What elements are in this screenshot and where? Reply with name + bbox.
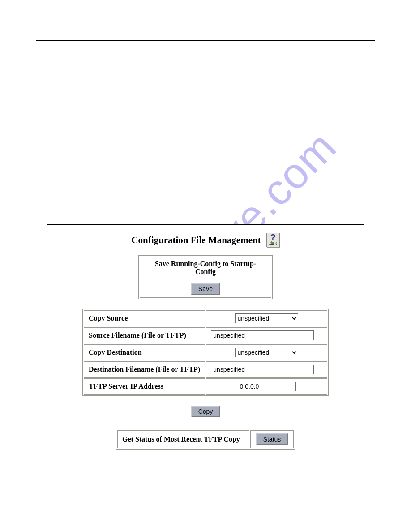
top-divider	[36, 40, 375, 41]
config-file-management-panel: Configuration File Management ? Help Sav…	[47, 224, 364, 476]
label-tftp-ip: TFTP Server IP Address	[84, 378, 205, 395]
panel-title: Configuration File Management	[131, 235, 261, 246]
label-source-filename: Source Filename (File or TFTP)	[84, 327, 205, 343]
save-config-table: Save Running-Config to Startup-Config Sa…	[138, 255, 273, 299]
label-get-status: Get Status of Most Recent TFTP Copy	[117, 430, 249, 448]
label-copy-destination: Copy Destination	[84, 344, 205, 360]
row-copy-destination: Copy Destination unspecified	[84, 344, 327, 360]
copy-button-row: Copy	[53, 406, 358, 417]
row-destination-filename: Destination Filename (File or TFTP)	[84, 361, 327, 378]
cell-destination-filename-value	[206, 361, 327, 378]
cell-copy-source-value: unspecified	[206, 310, 327, 326]
cell-source-filename-value	[206, 327, 327, 343]
cell-status-button: Status	[250, 430, 294, 448]
cell-copy-destination-value: unspecified	[206, 344, 327, 360]
save-button[interactable]: Save	[191, 283, 220, 295]
panel-title-row: Configuration File Management ? Help	[53, 233, 358, 247]
label-destination-filename: Destination Filename (File or TFTP)	[84, 361, 205, 378]
copy-source-select[interactable]: unspecified	[235, 313, 298, 323]
row-tftp-ip: TFTP Server IP Address	[84, 378, 327, 395]
label-copy-source: Copy Source	[84, 310, 205, 326]
document-page: manualshive.com Configuration File Manag…	[0, 0, 411, 532]
row-copy-source: Copy Source unspecified	[84, 310, 327, 326]
bottom-divider	[36, 497, 375, 497]
copy-button[interactable]: Copy	[191, 406, 220, 417]
save-config-body: Save	[140, 280, 271, 298]
row-source-filename: Source Filename (File or TFTP)	[84, 327, 327, 343]
help-icon-label: Help	[267, 241, 279, 245]
tftp-ip-input[interactable]	[238, 382, 296, 391]
copy-destination-select[interactable]: unspecified	[235, 348, 298, 357]
destination-filename-input[interactable]	[211, 365, 314, 374]
status-button[interactable]: Status	[256, 433, 288, 445]
help-icon[interactable]: ? Help	[266, 233, 280, 247]
cell-tftp-ip-value	[206, 378, 327, 395]
status-table: Get Status of Most Recent TFTP Copy Stat…	[116, 429, 295, 450]
copy-config-table: Copy Source unspecified Source Filename …	[82, 309, 329, 396]
save-config-header: Save Running-Config to Startup-Config	[140, 257, 271, 279]
source-filename-input[interactable]	[211, 330, 314, 340]
